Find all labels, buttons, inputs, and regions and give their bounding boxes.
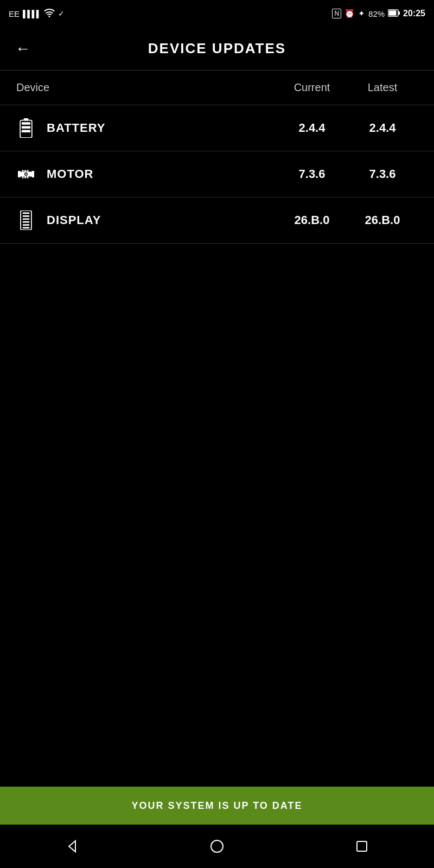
- nav-back-button[interactable]: [56, 830, 88, 863]
- col-current-header: Current: [277, 81, 347, 94]
- status-right: N ⏰ ✦ 82% 20:25: [332, 9, 425, 18]
- svg-rect-16: [27, 177, 29, 178]
- page-title: DEVICE UPDATES: [35, 40, 399, 57]
- table-row: BATTERY 2.4.4 2.4.4: [0, 105, 434, 151]
- status-bar: EE ▌▌▌▌ ✓ N ⏰ ✦ 82% 20:25: [0, 0, 434, 27]
- col-latest-header: Latest: [347, 81, 418, 94]
- back-button[interactable]: ←: [11, 37, 35, 61]
- display-version-latest: 26.B.0: [347, 213, 418, 227]
- check-icon: ✓: [58, 9, 65, 18]
- svg-rect-20: [23, 213, 30, 214]
- battery-percentage: 82%: [368, 9, 385, 18]
- battery-version-current: 2.4.4: [277, 121, 347, 135]
- main-content: [0, 244, 434, 787]
- svg-rect-25: [23, 227, 30, 229]
- table-header: Device Current Latest: [0, 71, 434, 105]
- svg-marker-26: [69, 841, 75, 852]
- battery-icon: [388, 9, 400, 18]
- wifi-icon: [44, 9, 55, 19]
- svg-rect-15: [24, 177, 26, 178]
- col-device-header: Device: [16, 81, 277, 94]
- svg-rect-24: [23, 224, 30, 226]
- motor-device-name: MOTOR: [47, 167, 93, 181]
- svg-rect-28: [357, 841, 367, 851]
- time-label: 20:25: [403, 9, 425, 18]
- table-row: MOTOR 7.3.6 7.3.6: [0, 151, 434, 197]
- svg-point-18: [25, 174, 27, 175]
- svg-rect-5: [22, 122, 30, 125]
- svg-rect-10: [32, 171, 35, 177]
- bluetooth-icon: ✦: [358, 9, 365, 18]
- device-info: BATTERY: [16, 118, 277, 138]
- carrier-label: EE: [9, 9, 20, 18]
- svg-point-27: [211, 840, 223, 852]
- nfc-icon: N: [332, 9, 341, 18]
- back-arrow-icon: ←: [15, 40, 30, 58]
- system-status-text: YOUR SYSTEM IS UP TO DATE: [131, 800, 302, 812]
- motor-version-current: 7.3.6: [277, 167, 347, 181]
- alarm-icon: ⏰: [344, 9, 355, 18]
- motor-device-icon: [16, 164, 36, 184]
- bottom-status-bar: YOUR SYSTEM IS UP TO DATE: [0, 787, 434, 825]
- motor-version-latest: 7.3.6: [347, 167, 418, 181]
- svg-rect-21: [23, 215, 30, 217]
- svg-rect-7: [22, 130, 30, 133]
- signal-icon: ▌▌▌▌: [23, 10, 41, 18]
- battery-device-name: BATTERY: [47, 121, 105, 135]
- svg-rect-13: [27, 170, 29, 172]
- svg-rect-9: [18, 171, 21, 177]
- display-device-icon: [16, 210, 36, 230]
- svg-rect-11: [22, 170, 24, 172]
- nav-home-button[interactable]: [201, 830, 233, 863]
- table-row: DISPLAY 26.B.0 26.B.0: [0, 197, 434, 244]
- battery-version-latest: 2.4.4: [347, 121, 418, 135]
- battery-device-icon: [16, 118, 36, 138]
- nav-bar: [0, 825, 434, 868]
- svg-rect-1: [398, 11, 400, 15]
- svg-rect-14: [22, 177, 24, 178]
- svg-rect-6: [22, 126, 30, 129]
- svg-rect-2: [389, 10, 397, 15]
- header: ← DEVICE UPDATES: [0, 27, 434, 71]
- status-left: EE ▌▌▌▌ ✓: [9, 9, 65, 19]
- device-info: MOTOR: [16, 164, 277, 184]
- device-info: DISPLAY: [16, 210, 277, 230]
- svg-rect-23: [23, 221, 30, 223]
- svg-rect-12: [24, 170, 26, 172]
- svg-rect-22: [23, 218, 30, 220]
- nav-recent-button[interactable]: [346, 830, 378, 863]
- display-device-name: DISPLAY: [47, 213, 101, 227]
- display-version-current: 26.B.0: [277, 213, 347, 227]
